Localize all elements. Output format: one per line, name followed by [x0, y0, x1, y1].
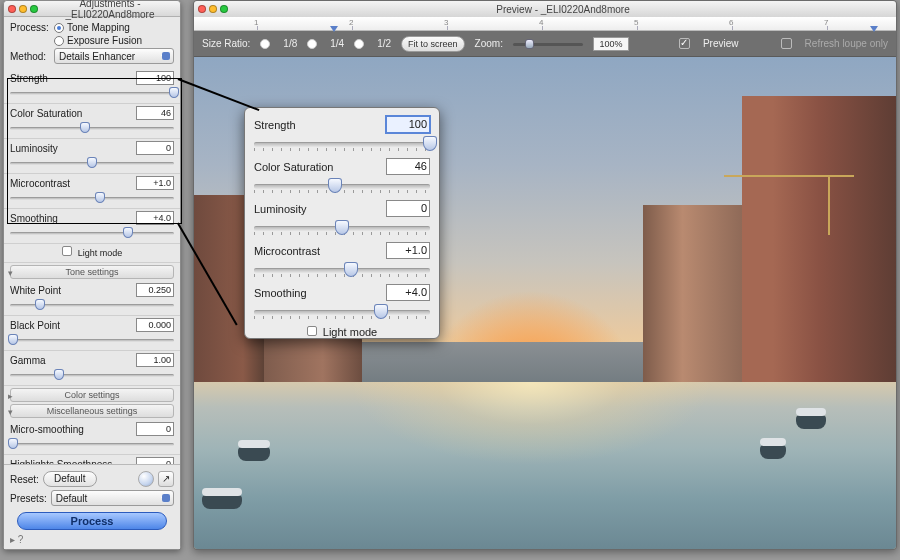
action-icon[interactable]: ↗ — [158, 471, 174, 487]
smoothing-slider[interactable] — [254, 304, 430, 320]
black_point-value[interactable]: 0.000 — [136, 318, 174, 332]
microcontrast-param: Microcontrast +1.0 — [254, 242, 430, 278]
fit-to-screen-button[interactable]: Fit to screen — [401, 36, 465, 52]
process-label: Process: — [10, 22, 54, 33]
microcontrast-value[interactable]: +1.0 — [136, 176, 174, 190]
process-button[interactable]: Process — [17, 512, 167, 530]
gamma-label: Gamma — [10, 355, 46, 366]
help-icon[interactable]: ▸ ? — [10, 534, 23, 545]
white_point-param: White Point 0.250 — [4, 281, 180, 316]
microcontrast-slider[interactable] — [254, 262, 430, 278]
strength-label: Strength — [10, 73, 48, 84]
saturation-label: Color Saturation — [254, 161, 334, 173]
white_point-value[interactable]: 0.250 — [136, 283, 174, 297]
gamma-slider[interactable] — [10, 369, 174, 381]
params-popout: Strength 100 Color Saturation 46 Luminos… — [244, 107, 440, 339]
luminosity-value[interactable]: 0 — [386, 200, 430, 217]
adjustments-titlebar[interactable]: Adjustments - _ELI0220And8more — [4, 1, 180, 17]
smoothing-slider[interactable] — [10, 227, 174, 239]
smoothing-param: Smoothing +4.0 — [4, 209, 180, 244]
reset-label: Reset: — [10, 474, 39, 485]
light-mode-checkbox[interactable] — [62, 246, 72, 256]
close-icon[interactable] — [198, 5, 206, 13]
tone-mapping-label[interactable]: Tone Mapping — [67, 22, 130, 33]
history-icon[interactable] — [138, 471, 154, 487]
misc-settings-header[interactable]: ▾Miscellaneous settings — [10, 404, 174, 418]
black_point-slider[interactable] — [10, 334, 174, 346]
zoom-slider[interactable] — [513, 38, 583, 50]
strength-value[interactable]: 100 — [386, 116, 430, 133]
strength-slider[interactable] — [254, 136, 430, 152]
strength-value[interactable]: 100 — [136, 71, 174, 85]
minimize-icon[interactable] — [19, 5, 27, 13]
reset-default-button[interactable]: Default — [43, 471, 97, 487]
zoom-value[interactable]: 100% — [593, 37, 629, 51]
close-icon[interactable] — [8, 5, 16, 13]
method-select[interactable]: Details Enhancer ▴▾ — [54, 48, 174, 64]
microcontrast-slider[interactable] — [10, 192, 174, 204]
preview-checkbox[interactable] — [679, 38, 690, 49]
refresh-loupe-label[interactable]: Refresh loupe only — [805, 38, 888, 49]
color-settings-header[interactable]: ▸Color settings — [10, 388, 174, 402]
exposure-fusion-label[interactable]: Exposure Fusion — [67, 35, 142, 46]
minimize-icon[interactable] — [209, 5, 217, 13]
zoom-icon[interactable] — [30, 5, 38, 13]
ratio-1-4-radio[interactable] — [307, 39, 317, 49]
saturation-param: Color Saturation 46 — [4, 104, 180, 139]
ratio-1-4-label[interactable]: 1/4 — [330, 38, 344, 49]
smoothing-param: Smoothing +4.0 — [254, 284, 430, 320]
black_point-param: Black Point 0.000 — [4, 316, 180, 351]
method-value: Details Enhancer — [59, 51, 135, 62]
ratio-1-8-label[interactable]: 1/8 — [283, 38, 297, 49]
preview-titlebar[interactable]: Preview - _ELI0220And8more — [194, 1, 896, 17]
luminosity-param: Luminosity 0 — [4, 139, 180, 174]
zoom-icon[interactable] — [220, 5, 228, 13]
luminosity-value[interactable]: 0 — [136, 141, 174, 155]
saturation-slider[interactable] — [10, 122, 174, 134]
gamma-param: Gamma 1.00 — [4, 351, 180, 386]
smoothing-label: Smoothing — [254, 287, 307, 299]
ruler-marker-icon[interactable] — [330, 26, 338, 32]
saturation-param: Color Saturation 46 — [254, 158, 430, 194]
luminosity-slider[interactable] — [254, 220, 430, 236]
strength-label: Strength — [254, 119, 296, 131]
micro_smoothing-label: Micro-smoothing — [10, 424, 84, 435]
light-mode-label: Light mode — [78, 248, 123, 258]
ratio-1-8-radio[interactable] — [260, 39, 270, 49]
strength-slider[interactable] — [10, 87, 174, 99]
tone-settings-header[interactable]: ▾Tone settings — [10, 265, 174, 279]
micro_smoothing-slider[interactable] — [10, 438, 174, 450]
luminosity-param: Luminosity 0 — [254, 200, 430, 236]
white_point-slider[interactable] — [10, 299, 174, 311]
black_point-label: Black Point — [10, 320, 60, 331]
crane-icon — [724, 175, 854, 177]
smoothing-value[interactable]: +4.0 — [386, 284, 430, 301]
smoothing-value[interactable]: +4.0 — [136, 211, 174, 225]
adjustments-panel: Adjustments - _ELI0220And8more Process: … — [3, 0, 181, 550]
ruler-marker-icon[interactable] — [870, 26, 878, 32]
gamma-value[interactable]: 1.00 — [136, 353, 174, 367]
microcontrast-value[interactable]: +1.0 — [386, 242, 430, 259]
preview-checkbox-label[interactable]: Preview — [703, 38, 739, 49]
size-ratio-label: Size Ratio: — [202, 38, 250, 49]
microcontrast-label: Microcontrast — [254, 245, 320, 257]
method-label: Method: — [10, 51, 54, 62]
presets-select[interactable]: Default▴▾ — [51, 490, 174, 506]
luminosity-label: Luminosity — [254, 203, 307, 215]
exposure-fusion-radio[interactable] — [54, 36, 64, 46]
luminosity-slider[interactable] — [10, 157, 174, 169]
microcontrast-label: Microcontrast — [10, 178, 70, 189]
ratio-1-2-radio[interactable] — [354, 39, 364, 49]
saturation-slider[interactable] — [254, 178, 430, 194]
saturation-value[interactable]: 46 — [136, 106, 174, 120]
popout-light-mode-checkbox[interactable] — [307, 326, 317, 336]
microcontrast-param: Microcontrast +1.0 — [4, 174, 180, 209]
tone-mapping-radio[interactable] — [54, 23, 64, 33]
ratio-1-2-label[interactable]: 1/2 — [377, 38, 391, 49]
saturation-value[interactable]: 46 — [386, 158, 430, 175]
refresh-loupe-checkbox[interactable] — [781, 38, 792, 49]
preview-title: Preview - _ELI0220And8more — [234, 4, 892, 15]
presets-label: Presets: — [10, 493, 47, 504]
popout-light-mode-label: Light mode — [323, 326, 377, 338]
micro_smoothing-value[interactable]: 0 — [136, 422, 174, 436]
